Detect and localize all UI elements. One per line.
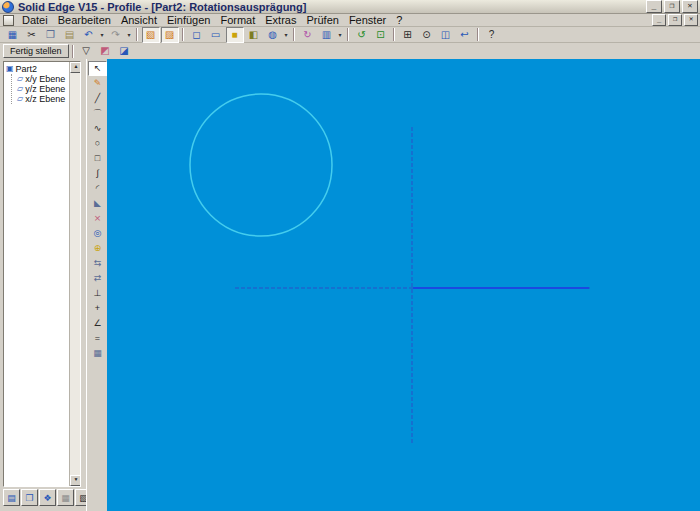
minimize-button[interactable]: _ (646, 0, 662, 13)
menu-item-datei[interactable]: Datei (17, 14, 53, 26)
fit-window-button[interactable]: ◫ (437, 27, 455, 43)
copy-button[interactable]: ❐ (42, 27, 60, 43)
rotate-view-button[interactable]: ↻ (299, 27, 317, 43)
edgebar-panel: ▣ Part2 ▱ x/y Ebene ▱ y/z Ebene ▱ x/z Eb… (0, 59, 86, 511)
zoom-button[interactable]: ⊙ (418, 27, 436, 43)
relationship-colors-button[interactable]: ◪ (115, 43, 133, 59)
menu-item-pruefen[interactable]: Prüfen (301, 14, 343, 26)
relationship-display-button[interactable]: ◩ (96, 43, 114, 59)
save-button[interactable]: ▦ (4, 27, 22, 43)
fit-all-icon: ⊡ (376, 28, 384, 42)
tab-sensors[interactable]: ▦ (57, 489, 74, 506)
pattern-tool-button[interactable]: ▦ (88, 346, 107, 361)
select-tool-button[interactable]: ↖ (88, 61, 107, 76)
child-close-button[interactable]: ✕ (684, 14, 698, 26)
perpendicular-constraint-button[interactable]: ⊥ (88, 286, 107, 301)
line-icon: ╱ (95, 92, 100, 105)
menu-item-hilfe[interactable]: ? (391, 14, 407, 26)
circle-icon: ○ (95, 137, 100, 150)
drawing-tool-palette: ↖ ✎ ╱ ⌒ ∿ ○ □ ∫ ◜ ◣ ⨯ ◎ ⊕ ⇆ ⇄ ⊥ + ∠ = ▦ (86, 59, 108, 511)
spline-tool-button[interactable]: ∫ (88, 166, 107, 181)
tab-feature-pathfinder[interactable]: ▤ (3, 489, 20, 506)
tree-item-label: x/y Ebene (25, 74, 65, 84)
child-minimize-button[interactable]: _ (652, 14, 666, 26)
select-overlapping-button[interactable]: ▧ (142, 27, 160, 43)
undo-dropdown-arrow[interactable]: ▾ (98, 28, 106, 42)
arc-tool-button[interactable]: ⌒ (88, 106, 107, 121)
connect-constraint-button[interactable]: + (88, 301, 107, 316)
line-tool-button[interactable]: ╱ (88, 91, 107, 106)
close-button[interactable]: ✕ (682, 0, 698, 13)
symmetry-icon: ⇄ (94, 272, 102, 285)
previous-view-button[interactable]: ↩ (456, 27, 474, 43)
view-hidden-edges-button[interactable]: ▭ (207, 27, 225, 43)
tangent-constraint-button[interactable]: ∠ (88, 316, 107, 331)
circle-tool-button[interactable]: ○ (88, 136, 107, 151)
pattern-icon: ▦ (93, 347, 102, 360)
relationship-display-icon: ◩ (100, 44, 109, 58)
view-shaded-button[interactable]: ■ (226, 27, 244, 43)
move-tool-button[interactable]: ⊕ (88, 241, 107, 256)
refresh-view-button[interactable]: ↺ (353, 27, 371, 43)
app-icon[interactable] (2, 1, 14, 13)
curve-tool-button[interactable]: ∿ (88, 121, 107, 136)
tab-family-of-parts[interactable]: ❖ (39, 489, 56, 506)
cut-button[interactable]: ✂ (23, 27, 41, 43)
undo-button[interactable]: ↶ (80, 27, 98, 43)
context-help-button[interactable]: ? (483, 27, 501, 43)
zoom-area-button[interactable]: ⊞ (399, 27, 417, 43)
offset-tool-button[interactable]: ◎ (88, 226, 107, 241)
toolbar-separator (393, 28, 395, 41)
menu-item-einfuegen[interactable]: Einfügen (162, 14, 215, 26)
undo-icon: ↶ (84, 28, 92, 42)
equal-constraint-button[interactable]: = (88, 331, 107, 346)
view-perspective-dropdown-arrow[interactable]: ▾ (282, 28, 290, 42)
edgebar-tabs: ▤ ❐ ❖ ▦ ▧ (3, 489, 93, 506)
fillet-icon: ◜ (96, 182, 100, 195)
menu-item-extras[interactable]: Extras (260, 14, 301, 26)
select-overlapping-icon: ▧ (146, 28, 155, 42)
rectangle-icon: □ (95, 152, 100, 165)
redo-dropdown-arrow[interactable]: ▾ (125, 28, 133, 42)
child-window-icon[interactable] (3, 15, 14, 26)
chamfer-tool-button[interactable]: ◣ (88, 196, 107, 211)
fit-all-button[interactable]: ⊡ (372, 27, 390, 43)
toolbar-separator (477, 28, 479, 41)
menu-item-format[interactable]: Format (215, 14, 260, 26)
menu-item-bearbeiten[interactable]: Bearbeiten (53, 14, 116, 26)
plane-icon: ▱ (17, 84, 23, 94)
toolbar-separator (347, 28, 349, 41)
sensors-icon: ▦ (61, 493, 70, 503)
select-query-button[interactable]: ▨ (161, 27, 179, 43)
symmetry-tool-button[interactable]: ⇄ (88, 271, 107, 286)
scroll-up-button[interactable]: ▲ (70, 62, 81, 73)
scroll-down-button[interactable]: ▼ (70, 475, 81, 486)
profile-canvas[interactable] (107, 59, 700, 511)
paste-button[interactable]: ▤ (61, 27, 79, 43)
previous-view-icon: ↩ (460, 28, 468, 42)
redo-button[interactable]: ↷ (107, 27, 125, 43)
view-shaded-edges-button[interactable]: ◧ (245, 27, 263, 43)
menu-item-ansicht[interactable]: Ansicht (116, 14, 162, 26)
child-restore-button[interactable]: ❐ (668, 14, 682, 26)
selection-filter-button[interactable]: ▽ (77, 43, 95, 59)
trim-tool-button[interactable]: ⨯ (88, 211, 107, 226)
sketch-circle[interactable] (190, 94, 332, 236)
view-wireframe-icon: ◻ (192, 28, 200, 42)
view-wireframe-button[interactable]: ◻ (188, 27, 206, 43)
sketch-relations-button[interactable]: ✎ (88, 76, 107, 91)
common-views-button[interactable]: ▥ (318, 27, 336, 43)
chamfer-icon: ◣ (94, 197, 101, 210)
part-icon: ▣ (6, 64, 14, 74)
rectangle-tool-button[interactable]: □ (88, 151, 107, 166)
view-perspective-button[interactable]: ◍ (264, 27, 282, 43)
restore-button[interactable]: ❐ (664, 0, 680, 13)
finish-button[interactable]: Fertig stellen (3, 44, 69, 58)
edgebar-scrollbar[interactable]: ▲ ▼ (69, 62, 80, 486)
sketch-relations-icon: ✎ (94, 77, 102, 90)
menu-item-fenster[interactable]: Fenster (344, 14, 391, 26)
fillet-tool-button[interactable]: ◜ (88, 181, 107, 196)
mirror-tool-button[interactable]: ⇆ (88, 256, 107, 271)
tab-library[interactable]: ❐ (21, 489, 38, 506)
common-views-dropdown-arrow[interactable]: ▾ (336, 28, 344, 42)
